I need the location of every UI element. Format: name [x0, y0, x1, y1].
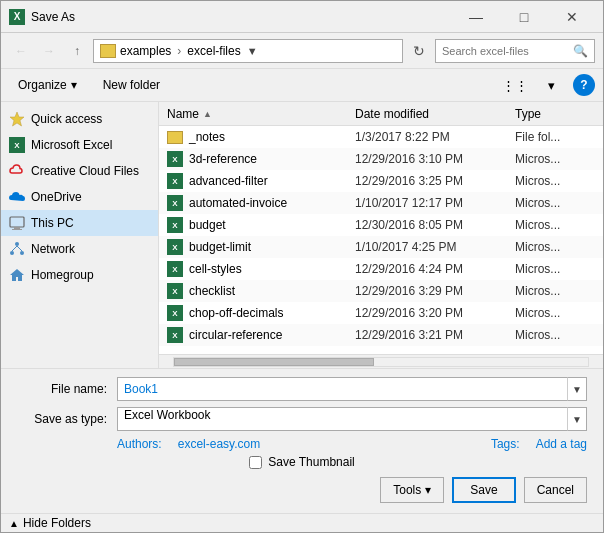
table-row[interactable]: _notes 1/3/2017 8:22 PM File fol...	[159, 126, 603, 148]
minimize-button[interactable]: —	[453, 1, 499, 33]
action-bar: Tools ▾ Save Cancel	[17, 473, 587, 503]
file-name: advanced-filter	[189, 174, 268, 188]
sidebar-item-network[interactable]: Network	[1, 236, 158, 262]
file-type: Micros...	[515, 240, 595, 254]
organize-button[interactable]: Organize ▾	[9, 73, 86, 97]
table-row[interactable]: X budget-limit 1/10/2017 4:25 PM Micros.…	[159, 236, 603, 258]
table-row[interactable]: X chop-off-decimals 12/29/2016 3:20 PM M…	[159, 302, 603, 324]
cancel-button[interactable]: Cancel	[524, 477, 587, 503]
thumbnail-checkbox[interactable]	[249, 456, 262, 469]
svg-line-8	[17, 246, 22, 251]
filename-input[interactable]	[117, 377, 567, 401]
sidebar-item-onedrive-label: OneDrive	[31, 190, 82, 204]
organize-arrow: ▾	[71, 78, 77, 92]
authors-value[interactable]: excel-easy.com	[178, 437, 260, 451]
sidebar-item-onedrive[interactable]: OneDrive	[1, 184, 158, 210]
folder-icon	[167, 131, 183, 144]
tools-button[interactable]: Tools ▾	[380, 477, 444, 503]
star-icon	[9, 111, 25, 127]
file-list-header: Name ▲ Date modified Type	[159, 102, 603, 126]
breadcrumb-path1: examples	[120, 44, 171, 58]
filename-label: File name:	[17, 382, 117, 396]
table-row[interactable]: X automated-invoice 1/10/2017 12:17 PM M…	[159, 192, 603, 214]
hide-folders-button[interactable]: ▲ Hide Folders	[9, 516, 91, 530]
excel-file-icon: X	[167, 195, 183, 211]
svg-rect-2	[14, 227, 20, 229]
table-row[interactable]: X 3d-reference 12/29/2016 3:10 PM Micros…	[159, 148, 603, 170]
scroll-thumb	[174, 358, 374, 366]
help-button[interactable]: ?	[573, 74, 595, 96]
refresh-button[interactable]: ↻	[407, 39, 431, 63]
breadcrumb-path2: excel-files	[187, 44, 240, 58]
view-dropdown-button[interactable]: ▾	[537, 73, 565, 97]
breadcrumb-sep1: ›	[177, 44, 181, 58]
sidebar-item-quick-access-label: Quick access	[31, 112, 102, 126]
svg-point-5	[10, 251, 14, 255]
computer-icon	[9, 215, 25, 231]
table-row[interactable]: X cell-styles 12/29/2016 4:24 PM Micros.…	[159, 258, 603, 280]
up-button[interactable]: ↑	[65, 39, 89, 63]
homegroup-icon	[9, 267, 25, 283]
search-input[interactable]	[442, 45, 573, 57]
back-button: ←	[9, 39, 33, 63]
sidebar-item-this-pc[interactable]: This PC	[1, 210, 158, 236]
file-date: 12/29/2016 4:24 PM	[355, 262, 515, 276]
toolbar: Organize ▾ New folder ⋮⋮ ▾ ?	[1, 69, 603, 101]
sidebar-item-homegroup[interactable]: Homegroup	[1, 262, 158, 288]
close-button[interactable]: ✕	[549, 1, 595, 33]
filename-dropdown-button[interactable]: ▼	[567, 377, 587, 401]
file-type: Micros...	[515, 328, 595, 342]
file-name: checklist	[189, 284, 235, 298]
filetype-dropdown-button[interactable]: ▼	[567, 407, 587, 431]
file-date: 1/10/2017 4:25 PM	[355, 240, 515, 254]
save-button[interactable]: Save	[452, 477, 515, 503]
file-list: _notes 1/3/2017 8:22 PM File fol... X 3d…	[159, 126, 603, 354]
table-row[interactable]: X circular-reference 12/29/2016 3:21 PM …	[159, 324, 603, 346]
excel-file-icon: X	[167, 261, 183, 277]
filetype-display: Excel Workbook	[117, 407, 567, 431]
sidebar-item-network-label: Network	[31, 242, 75, 256]
file-name: automated-invoice	[189, 196, 287, 210]
column-date-modified[interactable]: Date modified	[355, 107, 515, 121]
window-controls: — □ ✕	[453, 1, 595, 33]
new-folder-button[interactable]: New folder	[94, 73, 169, 97]
file-name: _notes	[189, 130, 225, 144]
tags-value[interactable]: Add a tag	[536, 437, 587, 451]
file-date: 12/29/2016 3:21 PM	[355, 328, 515, 342]
table-row[interactable]: X advanced-filter 12/29/2016 3:25 PM Mic…	[159, 170, 603, 192]
table-row[interactable]: X budget 12/30/2016 8:05 PM Micros...	[159, 214, 603, 236]
filetype-row: Save as type: Excel Workbook ▼	[17, 407, 587, 431]
file-date: 12/29/2016 3:29 PM	[355, 284, 515, 298]
column-name[interactable]: Name ▲	[167, 107, 355, 121]
table-row[interactable]: X checklist 12/29/2016 3:29 PM Micros...	[159, 280, 603, 302]
excel-file-icon: X	[167, 327, 183, 343]
breadcrumb-folder-icon	[100, 44, 116, 58]
excel-file-icon: X	[167, 239, 183, 255]
file-type: Micros...	[515, 262, 595, 276]
view-toggle-button[interactable]: ⋮⋮	[501, 73, 529, 97]
svg-rect-3	[12, 229, 22, 230]
search-box: 🔍	[435, 39, 595, 63]
svg-point-4	[15, 242, 19, 246]
breadcrumb: examples › excel-files ▼	[93, 39, 403, 63]
file-type: Micros...	[515, 306, 595, 320]
horizontal-scrollbar[interactable]	[159, 354, 603, 368]
thumbnail-label[interactable]: Save Thumbnail	[268, 455, 355, 469]
onedrive-icon	[9, 189, 25, 205]
excel-file-icon: X	[167, 151, 183, 167]
sidebar-item-microsoft-excel[interactable]: X Microsoft Excel	[1, 132, 158, 158]
file-name: chop-off-decimals	[189, 306, 284, 320]
maximize-button[interactable]: □	[501, 1, 547, 33]
sidebar-item-quick-access[interactable]: Quick access	[1, 106, 158, 132]
file-type: File fol...	[515, 130, 595, 144]
file-date: 1/10/2017 12:17 PM	[355, 196, 515, 210]
excel-file-icon: X	[167, 305, 183, 321]
view-icon: ⋮⋮	[502, 78, 528, 93]
file-date: 12/29/2016 3:10 PM	[355, 152, 515, 166]
bottom-section: File name: ▼ Save as type: Excel Workboo…	[1, 368, 603, 511]
file-date: 12/30/2016 8:05 PM	[355, 218, 515, 232]
file-type: Micros...	[515, 218, 595, 232]
column-type[interactable]: Type	[515, 107, 595, 121]
sidebar-item-creative-cloud[interactable]: Creative Cloud Files	[1, 158, 158, 184]
breadcrumb-dropdown-button[interactable]: ▼	[245, 45, 260, 57]
